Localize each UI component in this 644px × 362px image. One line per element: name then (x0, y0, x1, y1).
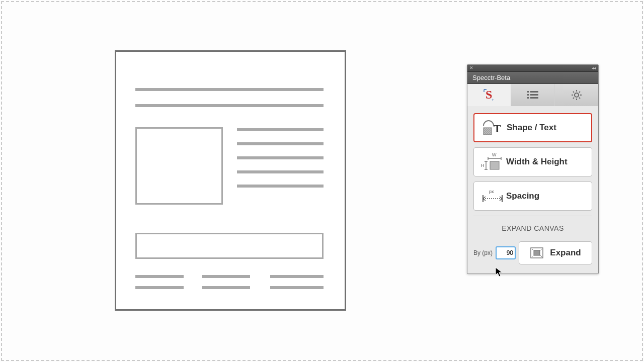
width-height-label: Width & Height (506, 157, 568, 167)
svg-rect-18 (484, 128, 492, 135)
svg-line-16 (579, 92, 580, 93)
gear-icon (571, 89, 583, 101)
svg-line-37 (532, 255, 533, 257)
by-px-label: By (px) (473, 249, 493, 256)
svg-text:+: + (492, 98, 494, 103)
svg-line-38 (540, 255, 542, 257)
wire-image-box (135, 127, 223, 205)
panel-icon-tabs: S + (467, 84, 598, 106)
svg-rect-5 (530, 94, 538, 96)
svg-rect-2 (527, 91, 529, 93)
expand-button-label: Expand (550, 248, 581, 258)
panel-title: Specctr-Beta (472, 74, 510, 81)
collapse-icon[interactable]: ◂◂ (592, 66, 596, 70)
wire-bar (135, 286, 184, 289)
specctr-panel: ✕ ◂◂ Specctr-Beta S + (467, 64, 599, 274)
list-icon (526, 90, 539, 100)
width-height-button[interactable]: W H Width & Height (473, 147, 592, 176)
svg-line-13 (573, 92, 574, 93)
svg-text:W: W (492, 152, 497, 157)
wire-bar (202, 286, 250, 289)
expand-row: By (px) Expand (473, 241, 592, 264)
wire-bar (237, 185, 324, 188)
shape-text-label: Shape / Text (507, 123, 556, 133)
shape-text-icon: T (479, 118, 507, 138)
by-px-input[interactable] (496, 246, 516, 259)
svg-line-35 (532, 249, 533, 250)
svg-rect-4 (527, 94, 529, 96)
wire-bar (237, 142, 324, 145)
panel-titlebar[interactable]: ✕ ◂◂ (467, 65, 598, 72)
svg-line-36 (540, 249, 542, 250)
close-icon[interactable]: ✕ (469, 66, 473, 70)
svg-rect-7 (530, 97, 538, 99)
svg-line-15 (573, 98, 574, 99)
wire-bar (135, 88, 324, 91)
svg-point-8 (575, 93, 579, 97)
panel-body: T Shape / Text W H Width & Heigh (467, 106, 598, 274)
panel-divider (473, 216, 592, 216)
expand-canvas-title: EXPAND CANVAS (473, 224, 592, 232)
specctr-logo-icon: S + (482, 87, 496, 103)
wire-bar (237, 170, 324, 173)
svg-rect-34 (534, 250, 540, 255)
spacing-button[interactable]: px Spacing (473, 182, 592, 211)
tab-list[interactable] (511, 84, 555, 106)
wire-bar (270, 275, 324, 278)
svg-text:T: T (494, 122, 501, 135)
shape-text-button[interactable]: T Shape / Text (473, 113, 592, 142)
expand-icon (530, 247, 544, 259)
wire-wide-box (135, 233, 324, 259)
wire-bar (237, 128, 324, 131)
wire-bar (135, 275, 184, 278)
panel-tab-header[interactable]: Specctr-Beta (467, 72, 598, 84)
tab-specs[interactable]: S + (467, 84, 511, 106)
wire-bar (202, 275, 250, 278)
spacing-icon: px (479, 186, 506, 206)
tab-settings[interactable] (555, 84, 598, 106)
svg-rect-6 (527, 97, 529, 99)
wireframe-document (115, 50, 346, 311)
svg-line-14 (579, 98, 580, 99)
svg-rect-24 (490, 161, 499, 169)
width-height-icon: W H (479, 152, 506, 172)
svg-text:H: H (481, 163, 485, 168)
svg-rect-3 (530, 91, 538, 93)
wire-bar (270, 286, 324, 289)
wire-bar (135, 104, 324, 107)
wire-bar (237, 156, 324, 159)
svg-text:px: px (489, 189, 494, 194)
expand-button[interactable]: Expand (519, 241, 592, 264)
spacing-label: Spacing (506, 191, 539, 201)
